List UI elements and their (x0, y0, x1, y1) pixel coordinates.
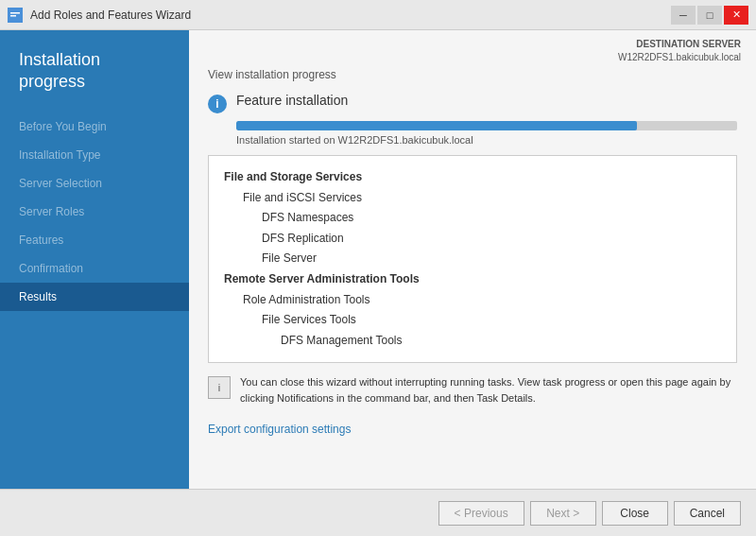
title-bar-controls: ─ □ ✕ (671, 6, 748, 25)
tree-item: DFS Replication (224, 229, 721, 250)
tree-item: DFS Management Tools (224, 331, 721, 352)
destination-server-name: W12R2DFS1.bakicubuk.local (204, 51, 741, 64)
sidebar-item-before-you-begin[interactable]: Before You Begin (0, 112, 189, 141)
title-bar: Add Roles and Features Wizard ─ □ ✕ (0, 0, 756, 30)
sidebar: Installation progress Before You Begin I… (0, 30, 189, 489)
info-icon: i (208, 95, 227, 113)
svg-rect-2 (10, 15, 16, 17)
notice-text: You can close this wizard without interr… (240, 374, 737, 406)
sidebar-item-installation-type[interactable]: Installation Type (0, 141, 189, 169)
feature-installation-label: Feature installation (236, 93, 348, 108)
sidebar-item-features[interactable]: Features (0, 226, 189, 254)
sidebar-item-server-roles[interactable]: Server Roles (0, 198, 189, 226)
window-close-button[interactable]: ✕ (724, 6, 748, 25)
sidebar-heading: Installation progress (0, 49, 189, 112)
sidebar-item-results[interactable]: Results (0, 283, 189, 311)
sidebar-item-server-selection[interactable]: Server Selection (0, 169, 189, 198)
tree-item: File and Storage Services (224, 167, 721, 188)
tree-item: File Services Tools (224, 310, 721, 331)
tree-item: File and iSCSI Services (224, 188, 721, 209)
installation-tree-box: File and Storage Services File and iSCSI… (208, 155, 737, 363)
destination-server-label: DESTINATION SERVER (204, 38, 741, 51)
previous-button[interactable]: < Previous (438, 501, 524, 526)
restore-button[interactable]: □ (697, 6, 722, 25)
section-title: View installation progress (208, 68, 737, 81)
progress-bar-background (236, 121, 737, 130)
feature-install-block: i Feature installation (208, 93, 737, 113)
tree-item: DFS Namespaces (224, 208, 721, 229)
cancel-button[interactable]: Cancel (674, 501, 741, 526)
content-scroll: View installation progress i Feature ins… (189, 68, 756, 489)
svg-rect-1 (10, 12, 20, 14)
tree-item: Remote Server Administration Tools (224, 269, 721, 290)
progress-container: Installation started on W12R2DFS1.bakicu… (236, 121, 737, 146)
close-button[interactable]: Close (602, 501, 668, 526)
footer: < Previous Next > Close Cancel (0, 489, 756, 536)
destination-server-header: DESTINATION SERVER W12R2DFS1.bakicubuk.l… (189, 30, 756, 68)
title-bar-left: Add Roles and Features Wizard (8, 8, 191, 23)
notice-icon: i (208, 376, 231, 399)
sidebar-item-confirmation[interactable]: Confirmation (0, 254, 189, 283)
content-area: DESTINATION SERVER W12R2DFS1.bakicubuk.l… (189, 30, 756, 489)
tree-item: File Server (224, 249, 721, 269)
progress-subtitle: Installation started on W12R2DFS1.bakicu… (236, 134, 737, 146)
title-bar-title: Add Roles and Features Wizard (30, 9, 191, 22)
next-button[interactable]: Next > (530, 501, 596, 526)
wizard-icon (8, 8, 23, 23)
progress-bar-fill (236, 121, 637, 130)
minimize-button[interactable]: ─ (671, 6, 696, 25)
tree-item: Role Administration Tools (224, 290, 721, 311)
wizard-body: Installation progress Before You Begin I… (0, 30, 756, 489)
notice-box: i You can close this wizard without inte… (208, 372, 737, 407)
export-configuration-link[interactable]: Export configuration settings (208, 423, 351, 436)
